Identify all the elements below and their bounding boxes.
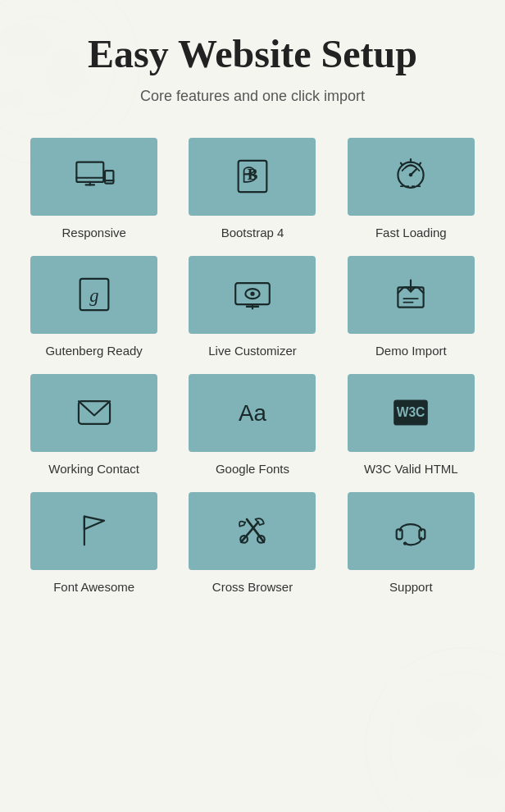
- svg-line-43: [247, 519, 264, 542]
- page-subtitle: Core features and one click import: [25, 88, 480, 105]
- feature-item-responsive: Responsive: [25, 138, 163, 239]
- feature-icon-live-customizer: [189, 256, 316, 334]
- feature-label-live-customizer: Live Customizer: [208, 344, 297, 358]
- feature-item-support: Support: [342, 492, 480, 594]
- feature-label-w3c-valid: W3C Valid HTML: [364, 462, 458, 476]
- feature-item-w3c-valid: W3C W3C Valid HTML: [342, 374, 480, 476]
- feature-label-demo-import: Demo Import: [375, 344, 447, 358]
- feature-label-support: Support: [389, 580, 433, 594]
- svg-text:Aa: Aa: [239, 401, 266, 427]
- svg-point-24: [410, 174, 412, 176]
- feature-item-cross-browser: Cross Browser: [183, 492, 321, 594]
- feature-icon-font-awesome: [30, 492, 157, 570]
- svg-rect-10: [76, 162, 103, 182]
- svg-line-21: [401, 163, 403, 166]
- feature-icon-demo-import: [348, 256, 475, 334]
- feature-item-bootstrap4: B Bootstrap 4: [183, 138, 321, 239]
- feature-item-google-fonts: Aa Google Fonts: [183, 374, 321, 476]
- svg-point-47: [403, 542, 407, 545]
- feature-label-font-awesome: Font Awesome: [53, 580, 134, 594]
- feature-icon-w3c-valid: W3C: [348, 374, 475, 452]
- feature-item-demo-import: Demo Import: [342, 256, 480, 358]
- feature-icon-support: [348, 492, 475, 570]
- feature-icon-fast-loading: [348, 138, 475, 216]
- feature-label-working-contact: Working Contact: [48, 462, 139, 476]
- svg-point-7: [390, 673, 505, 812]
- svg-point-9: [456, 746, 505, 779]
- svg-point-6: [366, 648, 505, 812]
- feature-icon-responsive: [30, 138, 157, 216]
- page-title: Easy Website Setup: [25, 33, 480, 76]
- feature-label-google-fonts: Google Fonts: [216, 462, 289, 476]
- feature-label-cross-browser: Cross Browser: [212, 580, 293, 594]
- features-grid: Responsive B Bootstrap 4 Fast Loading: [25, 138, 480, 594]
- feature-icon-google-fonts: Aa: [189, 374, 316, 452]
- feature-label-bootstrap4: Bootstrap 4: [221, 226, 284, 239]
- svg-line-20: [420, 163, 421, 166]
- feature-item-gutenberg: g Gutenberg Ready: [25, 256, 163, 358]
- feature-item-working-contact: Working Contact: [25, 374, 163, 476]
- feature-label-gutenberg: Gutenberg Ready: [45, 344, 142, 358]
- feature-label-fast-loading: Fast Loading: [375, 226, 447, 239]
- feature-item-fast-loading: Fast Loading: [342, 138, 480, 239]
- page-header: Easy Website Setup Core features and one…: [25, 33, 480, 105]
- feature-icon-gutenberg: g: [30, 256, 157, 334]
- svg-text:g: g: [89, 285, 98, 306]
- feature-icon-working-contact: [30, 374, 157, 452]
- svg-text:B: B: [248, 167, 258, 184]
- feature-icon-cross-browser: [189, 492, 316, 570]
- svg-rect-14: [105, 171, 113, 184]
- feature-label-responsive: Responsive: [61, 226, 125, 239]
- svg-point-8: [415, 701, 480, 742]
- svg-point-29: [250, 292, 254, 296]
- svg-text:W3C: W3C: [397, 405, 425, 419]
- feature-item-font-awesome: Font Awesome: [25, 492, 163, 594]
- feature-icon-bootstrap4: B: [189, 138, 316, 216]
- feature-item-live-customizer: Live Customizer: [183, 256, 321, 358]
